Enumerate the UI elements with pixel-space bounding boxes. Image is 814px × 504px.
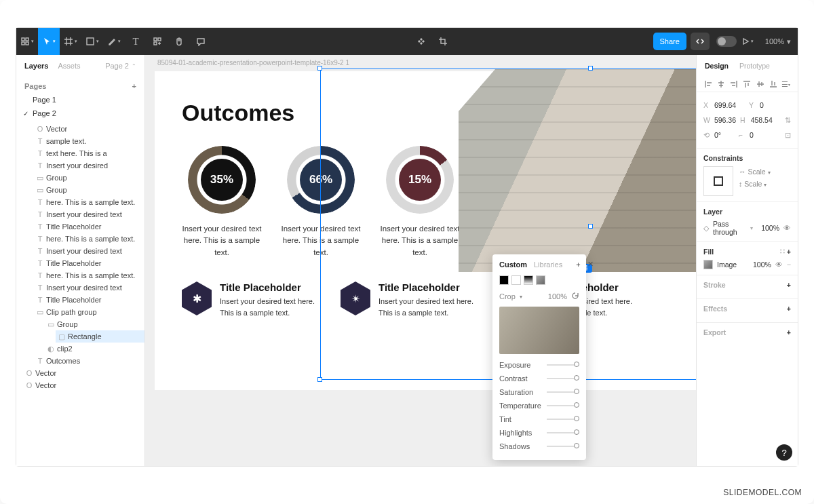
layer-item[interactable]: There. This is a sample text. [34,269,144,282]
libraries-tab[interactable]: Libraries [534,260,562,269]
component-icon[interactable] [410,28,432,55]
layer-item[interactable]: Tsample text. [34,135,144,147]
slider-track[interactable] [547,405,579,406]
layer-item[interactable]: OVector [34,123,144,135]
page-item[interactable]: Page 1 [16,93,144,106]
slider-track[interactable] [547,432,579,433]
add-fill-button[interactable]: + [787,248,791,256]
selection-handle[interactable] [317,66,322,71]
layer-item[interactable]: TTitle Placeholder [34,220,144,233]
layers-tab[interactable]: Layers [24,62,48,70]
crop-value[interactable]: 100% [548,292,567,301]
x-input[interactable]: 699.64 [714,101,745,109]
visibility-icon[interactable]: 👁 [775,260,783,269]
share-button[interactable]: Share [653,33,686,50]
layer-item[interactable]: ◐clip2 [45,343,144,355]
individual-corners-icon[interactable]: ⊡ [785,131,791,139]
remove-fill-button[interactable]: − [787,260,791,269]
y-input[interactable]: 0 [760,101,791,109]
add-page-button[interactable]: + [132,82,136,90]
zoom-control[interactable]: 100%▾ [765,37,791,46]
frame-tool-button[interactable]: ▾ [60,28,81,55]
selection-handle[interactable] [317,377,322,382]
opacity-input[interactable]: 100% [761,224,779,232]
layer-item[interactable]: Ttext here. This is a [34,147,144,159]
h-input[interactable]: 458.54 [751,116,781,124]
align-left-icon[interactable] [703,79,713,89]
align-top-icon[interactable] [742,79,752,89]
close-popover-button[interactable]: ✕ [587,260,594,269]
visibility-icon[interactable]: 👁 [783,224,791,232]
add-export-button[interactable]: + [787,328,791,336]
align-controls[interactable]: ☰▾ [697,77,798,92]
w-input[interactable]: 596.36 [714,116,736,124]
fill-swatch[interactable] [703,260,713,269]
page-item-active[interactable]: Page 2 [16,106,144,120]
align-vcenter-icon[interactable] [756,79,765,89]
layer-item[interactable]: TInsert your desired text [34,282,144,294]
tidy-up-icon[interactable]: ☰▾ [781,79,791,89]
constraint-v[interactable]: ↕ Scale ▾ [739,180,791,188]
radius-input[interactable]: 0 [750,131,781,139]
custom-tab[interactable]: Custom [499,260,527,269]
present-button[interactable]: ▾ [737,28,758,55]
help-button[interactable]: ? [776,444,792,461]
resources-button[interactable] [147,28,168,55]
layer-item[interactable]: TInsert your desired text [34,245,144,257]
selection-handle[interactable] [588,66,593,71]
slider-track[interactable] [547,364,579,366]
crop-mode[interactable]: Crop [499,292,516,301]
devmode-button[interactable] [691,33,710,50]
slide-frame[interactable]: Outcomes 35%Insert your desired text her… [155,71,696,390]
color-swatches[interactable] [492,274,586,289]
page-selector[interactable]: Page 2 ⌃ [105,62,136,70]
design-tab[interactable]: Design [705,62,729,70]
layer-item[interactable]: There. This is a sample text. [34,196,144,208]
align-bottom-icon[interactable] [769,79,778,89]
prototype-tab[interactable]: Prototype [739,62,770,70]
text-tool-button[interactable]: T [125,28,147,55]
layer-item[interactable]: OVector [23,367,144,379]
slider-track[interactable] [547,419,579,420]
crop-tool-button[interactable] [432,28,454,55]
align-hcenter-icon[interactable] [716,79,726,89]
slider-track[interactable] [547,446,579,447]
layer-item[interactable]: ▭Group [34,172,144,184]
canvas[interactable]: 85094-01-academic-presentation-powerpoin… [145,55,696,466]
layer-item[interactable]: TTitle Placeholder [34,257,144,269]
layer-item[interactable]: TTitle Placeholder [34,294,144,306]
layer-item[interactable]: TInsert your desired [34,159,144,172]
hand-tool-button[interactable] [168,28,190,55]
layer-item[interactable]: ▭Clip path group [34,306,144,318]
layer-item[interactable]: OVector [23,379,144,391]
move-tool-button[interactable]: ▾ [38,28,60,55]
pen-tool-button[interactable]: ▾ [103,28,125,55]
add-fill-button[interactable]: + [576,260,580,269]
slider-track[interactable] [547,391,579,393]
assets-tab[interactable]: Assets [58,62,80,70]
selection-handle[interactable] [588,224,593,229]
layer-item[interactable]: TInsert your desired text [34,208,144,220]
fill-opacity[interactable]: 100% [753,260,771,269]
rotate-90-button[interactable] [571,292,579,301]
fill-type[interactable]: Image [717,260,737,269]
style-icon[interactable]: ∷ [780,248,785,256]
constraint-h[interactable]: ↔ Scale ▾ [739,168,791,176]
add-effect-button[interactable]: + [787,305,791,313]
rotation-input[interactable]: 0° [714,131,735,139]
blend-mode[interactable]: Pass through [713,220,746,236]
layer-item[interactable]: ▭Group [34,184,144,196]
lock-aspect-icon[interactable]: ⇅ [785,116,791,124]
slider-track[interactable] [547,378,579,379]
devmode-toggle[interactable] [716,36,737,47]
layer-item[interactable]: ▢Rectangle [56,330,144,343]
constraints-box[interactable] [703,166,733,196]
layer-item[interactable]: TOutcomes [34,355,144,367]
layer-item[interactable]: ▭Group [45,318,144,330]
comment-tool-button[interactable] [190,28,212,55]
shape-tool-button[interactable]: ▾ [81,28,103,55]
add-stroke-button[interactable]: + [787,281,791,289]
layer-item[interactable]: There. This is a sample text. [34,233,144,245]
align-right-icon[interactable] [729,79,739,89]
figma-menu-button[interactable]: ▾ [16,28,38,55]
